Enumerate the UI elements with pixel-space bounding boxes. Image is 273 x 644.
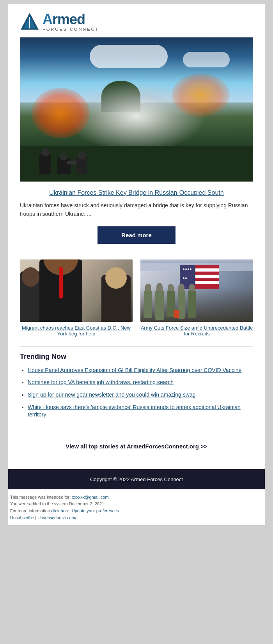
read-more-button[interactable]: Read more (98, 226, 176, 244)
trending-section: Trending Now House Panel Approves Expans… (8, 349, 265, 431)
footer-copyright: Copyright © 2022 Armed Forces Connect (90, 476, 183, 482)
logo-text: Armed FORCES CONNECT (43, 12, 99, 32)
update-preferences-link[interactable]: Update your preferences (72, 508, 119, 513)
unsubscribe-email-link[interactable]: Unsubscribe via email (37, 515, 80, 520)
unsubscribe-link[interactable]: Unsubscribe (10, 515, 34, 520)
col-right: Army Cuts Force Size amid Unprecedented … (140, 259, 253, 337)
col-right-image (140, 259, 253, 322)
footer-fine-print: This message was intended for: xxxxxx@gm… (8, 489, 265, 525)
trending-link-1[interactable]: House Panel Approves Expansion of GI Bil… (28, 367, 241, 373)
click-here-link[interactable]: click here (51, 508, 69, 513)
header: Armed FORCES CONNECT (8, 4, 265, 37)
logo-icon (20, 12, 39, 32)
fine-print-line4: Unsubscribe | Unsubscribe via email (10, 515, 257, 522)
list-item: White House says there's 'ample evidence… (28, 404, 253, 419)
col-left-article-link[interactable]: Migrant chaos reaches East Coast as D.C.… (20, 325, 133, 337)
col-left-image (20, 259, 133, 322)
hero-image-container (8, 37, 265, 182)
trending-list: House Panel Approves Expansion of GI Bil… (20, 367, 253, 419)
trending-link-3[interactable]: Sign up for our new gear newsletter and … (28, 392, 195, 398)
logo-a-letter: A (43, 11, 52, 27)
fine-print-line3: For more information click here. Update … (10, 508, 257, 515)
fine-print-line2: You were added to the system December 2,… (10, 501, 257, 508)
trending-link-4[interactable]: White House says there's 'ample evidence… (28, 404, 241, 418)
hero-image (20, 37, 253, 182)
trending-title: Trending Now (20, 353, 253, 361)
logo-subtitle: FORCES CONNECT (43, 27, 99, 32)
view-all-section: View all top stories at ArmedForcesConne… (8, 431, 265, 469)
hero-article-excerpt: Ukrainian forces have struck and serious… (20, 201, 253, 219)
list-item: Nominee for top VA benefits job withdraw… (28, 379, 253, 386)
col-right-article-link[interactable]: Army Cuts Force Size amid Unprecedented … (140, 325, 253, 337)
list-item: House Panel Approves Expansion of GI Bil… (28, 367, 253, 374)
fine-print-line1: This message was intended for: xxxxxx@gm… (10, 494, 257, 501)
section-divider (20, 346, 253, 347)
view-all-link[interactable]: View all top stories at ArmedForcesConne… (66, 443, 207, 450)
logo-area: Armed FORCES CONNECT (20, 12, 253, 32)
footer-dark: Copyright © 2022 Armed Forces Connect (8, 469, 265, 489)
trending-link-2[interactable]: Nominee for top VA benefits job withdraw… (28, 379, 174, 385)
col-left: Migrant chaos reaches East Coast as D.C.… (20, 259, 133, 337)
main-article-section: Ukrainian Forces Strike Key Bridge in Ru… (8, 182, 265, 252)
two-col-section: Migrant chaos reaches East Coast as D.C.… (8, 252, 265, 344)
logo-name: Armed (43, 12, 99, 26)
hero-article-link[interactable]: Ukrainian Forces Strike Key Bridge in Ru… (20, 189, 253, 196)
email-link[interactable]: xxxxxx@gmail.com (72, 495, 108, 499)
list-item: Sign up for our new gear newsletter and … (28, 391, 253, 399)
